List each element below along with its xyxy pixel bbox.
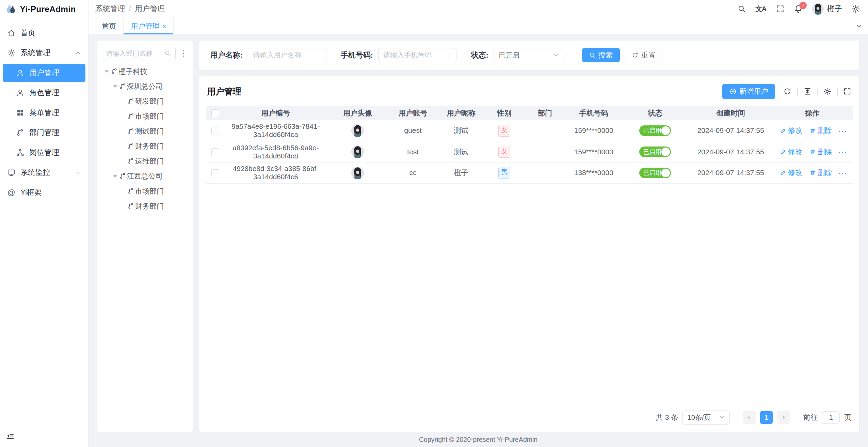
phone-filter-input[interactable] [378,48,457,62]
breadcrumb-item-system[interactable]: 系统管理 [95,4,125,14]
page-size-select[interactable]: 10条/页 [682,411,729,425]
row-checkbox[interactable] [211,127,219,135]
sidebar-collapse-button[interactable] [5,431,15,443]
sidebar-item-system-management[interactable]: 系统管理 [3,44,85,62]
tree-node-label: 财务部门 [135,201,164,211]
edit-button[interactable]: 修改 [780,147,802,157]
sidebar-item-home[interactable]: 首页 [3,24,85,42]
username-filter-input[interactable] [248,48,326,62]
gender-tag: 男 [498,167,511,179]
tab-home[interactable]: 首页 [94,18,124,34]
column-header: 部门 [524,106,566,120]
delete-button[interactable]: 删除 [810,126,832,135]
chevron-down-icon [855,23,863,30]
tree-node-label: 市场部门 [135,111,164,121]
add-user-button[interactable]: 新增用户 [722,84,775,99]
next-page-button[interactable] [777,411,790,424]
trash-icon [810,149,816,155]
sidebar-item-user-management[interactable]: 用户管理 [3,64,85,82]
caret-down-icon[interactable] [111,82,119,90]
logo-drop-icon [5,4,17,15]
sidebar-item-post-management[interactable]: 岗位管理 [3,143,85,162]
row-checkbox[interactable] [211,169,219,177]
department-cell [524,162,566,183]
tree-node[interactable]: 深圳总公司 [102,81,188,92]
column-header: 用户头像 [326,106,388,120]
sidebar-item-role-management[interactable]: 角色管理 [3,84,85,102]
column-settings-icon[interactable] [823,87,831,95]
page-unit-label: 页 [844,413,851,422]
more-actions-button[interactable]: ··· [838,127,847,135]
caret-down-icon[interactable] [111,172,119,180]
trash-icon [810,170,816,176]
user-menu[interactable]: 橙子 [812,3,842,15]
tree-node[interactable]: 研发部门 [102,96,188,107]
branch-icon [16,128,24,137]
gender-tag: 女 [498,146,511,157]
pagination-total: 共 3 条 [656,413,678,422]
tree-node[interactable]: 橙子科技 [102,66,188,77]
status-toggle[interactable]: 已启用 [639,125,671,136]
prev-page-button[interactable] [743,411,756,424]
caret-down-icon[interactable] [103,67,111,75]
toolbar-divider [837,88,838,95]
chevron-left-icon [746,414,752,420]
department-search-input[interactable] [106,49,162,57]
tree-node[interactable]: 测试部门 [102,126,188,137]
delete-button[interactable]: 删除 [810,168,832,178]
status-toggle[interactable]: 已启用 [639,147,671,157]
sidebar-item-yi-framework[interactable]: @ Yi框架 [3,183,85,202]
user-id-cell: a8392efa-5ed8-6b56-9a9e-3a14dd60f4c8 [225,141,326,163]
workspace: ⋮ 橙子科技 深圳总公司 研发部门 [89,34,868,432]
sidebar-item-system-monitor[interactable]: 系统监控 [3,164,85,182]
created-time-cell: 2024-09-07 14:37:55 [689,120,772,141]
tree-node-label: 财务部门 [135,141,164,151]
select-all-checkbox[interactable] [211,109,219,117]
current-page-button[interactable]: 1 [760,411,773,424]
delete-button[interactable]: 删除 [810,147,832,157]
tree-node[interactable]: 市场部门 [102,111,188,122]
search-button[interactable]: 搜索 [582,48,620,62]
tree-node[interactable]: 财务部门 [102,200,188,212]
user-icon [16,69,24,77]
refresh-icon[interactable] [783,87,791,95]
tree-node[interactable]: 财务部门 [102,141,188,152]
department-tree-panel: ⋮ 橙子科技 深圳总公司 研发部门 [97,41,193,432]
status-filter-select[interactable]: 已开启 [494,48,564,62]
tree-node[interactable]: 江西总公司 [102,171,188,182]
tabs-menu-button[interactable] [850,18,868,34]
sidebar-item-department-management[interactable]: 部门管理 [3,124,85,142]
goto-page-input[interactable] [822,411,840,424]
nickname-cell: 测试 [437,141,485,163]
username: 橙子 [827,4,842,14]
app-logo: Yi-PureAdmin [0,0,88,18]
more-vertical-icon[interactable]: ⋮ [178,49,188,57]
close-tab-icon[interactable]: × [162,22,166,30]
sidebar-item-menu-management[interactable]: 菜单管理 [3,104,85,122]
status-toggle[interactable]: 已启用 [639,168,671,178]
edit-button[interactable]: 修改 [780,126,802,135]
fullscreen-button[interactable] [776,4,785,13]
branch-icon [119,83,126,90]
tree-node[interactable]: 市场部门 [102,186,188,197]
more-actions-button[interactable]: ··· [838,148,847,156]
translate-button[interactable]: 文A [755,4,766,14]
nickname-cell: 测试 [437,120,485,141]
table-fullscreen-icon[interactable] [843,87,851,95]
more-actions-button[interactable]: ··· [838,169,847,177]
tree-node[interactable]: 运维部门 [102,156,188,167]
global-search-button[interactable] [737,4,746,13]
branch-icon [127,202,134,210]
density-icon[interactable] [803,87,811,95]
notifications-button[interactable]: 7 [794,4,803,13]
tree-node-label: 深圳总公司 [127,82,163,91]
department-search-box[interactable] [102,47,175,60]
row-checkbox[interactable] [211,148,219,156]
table-title: 用户管理 [207,86,241,97]
sidebar-menu: 首页 系统管理 用户管理 角色管理 菜单管理 部门管理 [0,18,88,203]
branch-icon [127,113,134,120]
edit-button[interactable]: 修改 [780,168,802,178]
tab-user-management[interactable]: 用户管理 × [124,18,174,34]
settings-button[interactable] [851,4,860,13]
reset-button[interactable]: 重置 [625,48,662,62]
